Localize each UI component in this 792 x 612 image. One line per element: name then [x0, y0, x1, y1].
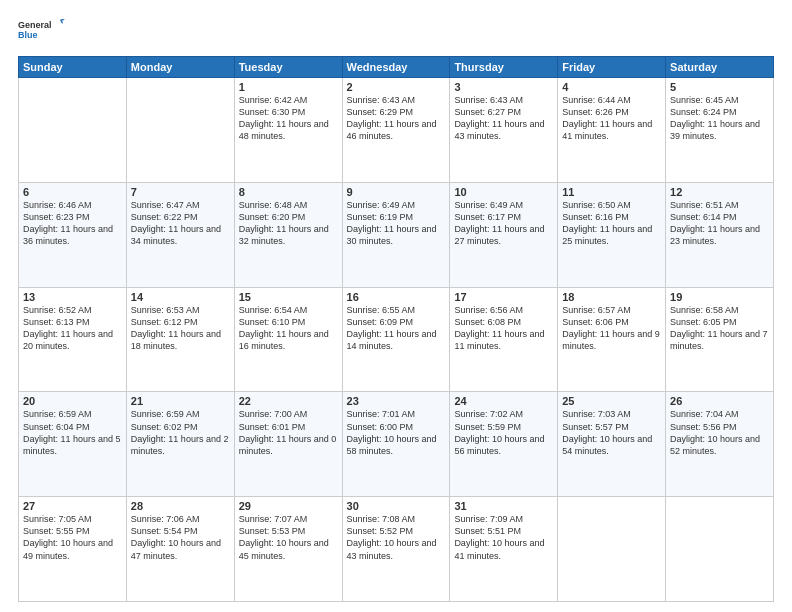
- day-number: 25: [562, 395, 661, 407]
- day-number: 4: [562, 81, 661, 93]
- calendar-week-3: 13Sunrise: 6:52 AM Sunset: 6:13 PM Dayli…: [19, 287, 774, 392]
- weekday-header-thursday: Thursday: [450, 57, 558, 78]
- day-info: Sunrise: 7:05 AM Sunset: 5:55 PM Dayligh…: [23, 513, 122, 562]
- day-number: 18: [562, 291, 661, 303]
- day-info: Sunrise: 6:49 AM Sunset: 6:19 PM Dayligh…: [347, 199, 446, 248]
- day-info: Sunrise: 7:08 AM Sunset: 5:52 PM Dayligh…: [347, 513, 446, 562]
- calendar-cell: 21Sunrise: 6:59 AM Sunset: 6:02 PM Dayli…: [126, 392, 234, 497]
- calendar-cell: 7Sunrise: 6:47 AM Sunset: 6:22 PM Daylig…: [126, 182, 234, 287]
- day-number: 5: [670, 81, 769, 93]
- calendar-week-5: 27Sunrise: 7:05 AM Sunset: 5:55 PM Dayli…: [19, 497, 774, 602]
- calendar-cell: 14Sunrise: 6:53 AM Sunset: 6:12 PM Dayli…: [126, 287, 234, 392]
- header: General Blue: [18, 14, 774, 46]
- day-number: 10: [454, 186, 553, 198]
- day-info: Sunrise: 6:59 AM Sunset: 6:04 PM Dayligh…: [23, 408, 122, 457]
- day-number: 9: [347, 186, 446, 198]
- day-info: Sunrise: 6:46 AM Sunset: 6:23 PM Dayligh…: [23, 199, 122, 248]
- calendar-cell: 1Sunrise: 6:42 AM Sunset: 6:30 PM Daylig…: [234, 78, 342, 183]
- calendar-cell: 10Sunrise: 6:49 AM Sunset: 6:17 PM Dayli…: [450, 182, 558, 287]
- calendar-cell: 28Sunrise: 7:06 AM Sunset: 5:54 PM Dayli…: [126, 497, 234, 602]
- calendar-cell: 5Sunrise: 6:45 AM Sunset: 6:24 PM Daylig…: [666, 78, 774, 183]
- calendar-cell: 4Sunrise: 6:44 AM Sunset: 6:26 PM Daylig…: [558, 78, 666, 183]
- calendar-cell: 17Sunrise: 6:56 AM Sunset: 6:08 PM Dayli…: [450, 287, 558, 392]
- day-number: 22: [239, 395, 338, 407]
- calendar-cell: [558, 497, 666, 602]
- day-number: 8: [239, 186, 338, 198]
- calendar-cell: 26Sunrise: 7:04 AM Sunset: 5:56 PM Dayli…: [666, 392, 774, 497]
- calendar-cell: 13Sunrise: 6:52 AM Sunset: 6:13 PM Dayli…: [19, 287, 127, 392]
- calendar-cell: 25Sunrise: 7:03 AM Sunset: 5:57 PM Dayli…: [558, 392, 666, 497]
- day-info: Sunrise: 6:49 AM Sunset: 6:17 PM Dayligh…: [454, 199, 553, 248]
- day-info: Sunrise: 7:07 AM Sunset: 5:53 PM Dayligh…: [239, 513, 338, 562]
- day-info: Sunrise: 7:09 AM Sunset: 5:51 PM Dayligh…: [454, 513, 553, 562]
- day-number: 17: [454, 291, 553, 303]
- calendar-cell: 23Sunrise: 7:01 AM Sunset: 6:00 PM Dayli…: [342, 392, 450, 497]
- calendar-cell: 8Sunrise: 6:48 AM Sunset: 6:20 PM Daylig…: [234, 182, 342, 287]
- calendar-cell: [19, 78, 127, 183]
- weekday-header-friday: Friday: [558, 57, 666, 78]
- calendar-week-1: 1Sunrise: 6:42 AM Sunset: 6:30 PM Daylig…: [19, 78, 774, 183]
- day-info: Sunrise: 7:04 AM Sunset: 5:56 PM Dayligh…: [670, 408, 769, 457]
- day-number: 31: [454, 500, 553, 512]
- day-info: Sunrise: 7:06 AM Sunset: 5:54 PM Dayligh…: [131, 513, 230, 562]
- calendar-cell: 29Sunrise: 7:07 AM Sunset: 5:53 PM Dayli…: [234, 497, 342, 602]
- calendar-week-4: 20Sunrise: 6:59 AM Sunset: 6:04 PM Dayli…: [19, 392, 774, 497]
- day-number: 16: [347, 291, 446, 303]
- day-number: 19: [670, 291, 769, 303]
- day-number: 3: [454, 81, 553, 93]
- calendar-cell: 27Sunrise: 7:05 AM Sunset: 5:55 PM Dayli…: [19, 497, 127, 602]
- page: General Blue SundayMondayTuesdayWednesda…: [0, 0, 792, 612]
- day-number: 29: [239, 500, 338, 512]
- weekday-header-wednesday: Wednesday: [342, 57, 450, 78]
- day-number: 14: [131, 291, 230, 303]
- day-number: 21: [131, 395, 230, 407]
- calendar-cell: 30Sunrise: 7:08 AM Sunset: 5:52 PM Dayli…: [342, 497, 450, 602]
- day-info: Sunrise: 6:51 AM Sunset: 6:14 PM Dayligh…: [670, 199, 769, 248]
- weekday-header-saturday: Saturday: [666, 57, 774, 78]
- calendar-cell: 9Sunrise: 6:49 AM Sunset: 6:19 PM Daylig…: [342, 182, 450, 287]
- day-number: 28: [131, 500, 230, 512]
- day-info: Sunrise: 6:54 AM Sunset: 6:10 PM Dayligh…: [239, 304, 338, 353]
- calendar-cell: 11Sunrise: 6:50 AM Sunset: 6:16 PM Dayli…: [558, 182, 666, 287]
- calendar-cell: 16Sunrise: 6:55 AM Sunset: 6:09 PM Dayli…: [342, 287, 450, 392]
- logo: General Blue: [18, 14, 66, 46]
- weekday-header-monday: Monday: [126, 57, 234, 78]
- day-number: 20: [23, 395, 122, 407]
- svg-text:Blue: Blue: [18, 30, 38, 40]
- day-number: 24: [454, 395, 553, 407]
- day-info: Sunrise: 7:02 AM Sunset: 5:59 PM Dayligh…: [454, 408, 553, 457]
- calendar-cell: 12Sunrise: 6:51 AM Sunset: 6:14 PM Dayli…: [666, 182, 774, 287]
- day-info: Sunrise: 6:42 AM Sunset: 6:30 PM Dayligh…: [239, 94, 338, 143]
- day-number: 6: [23, 186, 122, 198]
- day-info: Sunrise: 6:44 AM Sunset: 6:26 PM Dayligh…: [562, 94, 661, 143]
- calendar-cell: 18Sunrise: 6:57 AM Sunset: 6:06 PM Dayli…: [558, 287, 666, 392]
- calendar-cell: 20Sunrise: 6:59 AM Sunset: 6:04 PM Dayli…: [19, 392, 127, 497]
- day-info: Sunrise: 6:55 AM Sunset: 6:09 PM Dayligh…: [347, 304, 446, 353]
- day-info: Sunrise: 6:57 AM Sunset: 6:06 PM Dayligh…: [562, 304, 661, 353]
- calendar-cell: 2Sunrise: 6:43 AM Sunset: 6:29 PM Daylig…: [342, 78, 450, 183]
- calendar-cell: [126, 78, 234, 183]
- day-number: 26: [670, 395, 769, 407]
- logo-icon: General Blue: [18, 14, 66, 46]
- day-number: 7: [131, 186, 230, 198]
- calendar-cell: 22Sunrise: 7:00 AM Sunset: 6:01 PM Dayli…: [234, 392, 342, 497]
- day-info: Sunrise: 7:03 AM Sunset: 5:57 PM Dayligh…: [562, 408, 661, 457]
- day-number: 27: [23, 500, 122, 512]
- weekday-header-sunday: Sunday: [19, 57, 127, 78]
- calendar-week-2: 6Sunrise: 6:46 AM Sunset: 6:23 PM Daylig…: [19, 182, 774, 287]
- day-info: Sunrise: 6:43 AM Sunset: 6:29 PM Dayligh…: [347, 94, 446, 143]
- svg-text:General: General: [18, 20, 52, 30]
- day-info: Sunrise: 6:58 AM Sunset: 6:05 PM Dayligh…: [670, 304, 769, 353]
- day-info: Sunrise: 7:01 AM Sunset: 6:00 PM Dayligh…: [347, 408, 446, 457]
- day-info: Sunrise: 6:59 AM Sunset: 6:02 PM Dayligh…: [131, 408, 230, 457]
- day-number: 2: [347, 81, 446, 93]
- day-info: Sunrise: 6:47 AM Sunset: 6:22 PM Dayligh…: [131, 199, 230, 248]
- day-number: 13: [23, 291, 122, 303]
- calendar-cell: [666, 497, 774, 602]
- day-number: 23: [347, 395, 446, 407]
- day-number: 1: [239, 81, 338, 93]
- day-number: 11: [562, 186, 661, 198]
- day-info: Sunrise: 6:45 AM Sunset: 6:24 PM Dayligh…: [670, 94, 769, 143]
- weekday-header-tuesday: Tuesday: [234, 57, 342, 78]
- calendar-table: SundayMondayTuesdayWednesdayThursdayFrid…: [18, 56, 774, 602]
